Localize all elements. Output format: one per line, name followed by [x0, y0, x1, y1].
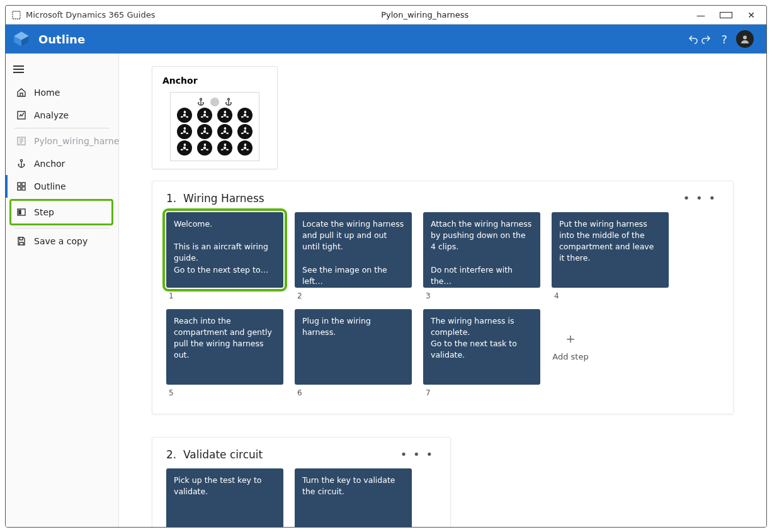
fan-icon: [197, 140, 212, 156]
svg-rect-0: [13, 11, 20, 19]
nav-home-label: Home: [34, 88, 60, 98]
svg-rect-10: [18, 187, 21, 190]
svg-point-16: [183, 114, 186, 116]
fan-icon: [177, 108, 192, 123]
user-avatar[interactable]: [736, 30, 754, 48]
app-icon: [12, 11, 21, 20]
fan-icon: [237, 124, 253, 139]
step-card[interactable]: Welcome. This is an aircraft wiring guid…: [166, 212, 283, 288]
svg-point-26: [224, 147, 226, 149]
nav-divider: [14, 128, 110, 128]
svg-point-20: [183, 130, 186, 133]
svg-point-27: [244, 147, 246, 149]
app-window: Microsoft Dynamics 365 Guides Pylon_wiri…: [5, 5, 767, 528]
step-number: 2: [297, 291, 412, 300]
fan-icon: [177, 124, 192, 139]
app-header: Outline ?: [6, 25, 766, 54]
redo-button[interactable]: [701, 34, 711, 44]
task-section-2: 2. Validate circuit • • • Pick up the te…: [152, 437, 451, 527]
fan-icon: [197, 124, 212, 139]
undo-button[interactable]: [688, 34, 698, 44]
step-card[interactable]: The wiring harness is complete. Go to th…: [423, 309, 540, 385]
analyze-icon: [16, 110, 26, 120]
step-icon: [16, 207, 26, 217]
svg-point-24: [183, 147, 186, 149]
window-controls: — ✕: [695, 10, 764, 20]
svg-point-14: [200, 98, 202, 100]
main-canvas: Anchor 1. Wiring Harness • • •: [119, 54, 766, 527]
step-number: 7: [426, 388, 540, 397]
task-more-button[interactable]: • • •: [398, 448, 436, 461]
svg-point-7: [20, 159, 22, 161]
step-card[interactable]: Reach into the compartment and gently pu…: [166, 309, 283, 385]
outline-icon: [16, 181, 26, 191]
step-number: 1: [169, 291, 283, 300]
fan-icon: [217, 140, 232, 156]
help-button[interactable]: ?: [721, 33, 727, 46]
fan-icon: [217, 108, 232, 123]
document-title: Pylon_wiring_harness: [155, 10, 695, 20]
sidebar: Home Analyze Pylon_wiring_harness Anchor…: [6, 54, 119, 527]
placeholder-icon: [210, 98, 219, 106]
anchor-icon: [196, 98, 205, 106]
svg-point-15: [228, 98, 230, 100]
nav-outline[interactable]: Outline: [6, 175, 118, 198]
fan-icon: [237, 140, 253, 156]
close-button[interactable]: ✕: [745, 10, 758, 20]
step-card[interactable]: Locate the wiring harness and pull it up…: [295, 212, 412, 288]
add-step-button[interactable]: ＋Add step: [552, 309, 589, 361]
step-card[interactable]: Attach the wiring harness by pushing dow…: [423, 212, 540, 288]
nav-save-copy[interactable]: Save a copy: [6, 230, 118, 252]
anchor-icon: [224, 98, 233, 106]
svg-point-21: [203, 130, 206, 133]
hamburger-menu-button[interactable]: [6, 57, 118, 81]
svg-rect-8: [18, 183, 21, 186]
minimize-button[interactable]: —: [695, 10, 707, 20]
fan-icon: [237, 108, 253, 123]
anchor-preview: [170, 92, 259, 161]
fan-icon: [197, 108, 212, 123]
fan-row: [171, 124, 259, 139]
fan-icon: [177, 140, 192, 156]
fan-row: [171, 140, 259, 156]
nav-analyze[interactable]: Analyze: [6, 104, 118, 127]
step-card[interactable]: Plug in the wiring harness.: [295, 309, 412, 385]
svg-rect-11: [22, 187, 25, 190]
step-card[interactable]: Turn the key to validate the circuit.: [295, 468, 412, 527]
nav-analyze-label: Analyze: [34, 110, 69, 120]
header-logo: [12, 30, 31, 48]
app-name: Microsoft Dynamics 365 Guides: [26, 10, 155, 20]
nav-guide-name[interactable]: Pylon_wiring_harness: [6, 130, 118, 152]
svg-point-4: [743, 36, 747, 40]
svg-point-22: [224, 130, 226, 133]
nav-outline-label: Outline: [34, 181, 66, 191]
save-icon: [16, 236, 26, 246]
step-grid-1: Welcome. This is an aircraft wiring guid…: [166, 212, 719, 397]
anchor-card-title: Anchor: [162, 76, 267, 86]
fan-row: [171, 108, 259, 123]
fan-icon: [217, 124, 232, 139]
app-body: Home Analyze Pylon_wiring_harness Anchor…: [6, 54, 766, 527]
nav-step[interactable]: Step: [9, 199, 113, 225]
step-number: 6: [297, 388, 412, 397]
nav-anchor[interactable]: Anchor: [6, 152, 118, 175]
nav-guide-label: Pylon_wiring_harness: [34, 136, 128, 146]
svg-point-23: [244, 130, 246, 133]
svg-point-19: [244, 114, 246, 116]
step-card[interactable]: Pick up the test key to validate.: [166, 468, 283, 527]
nav-divider-2: [14, 228, 110, 229]
step-grid-2: Pick up the test key to validate.1Turn t…: [166, 468, 436, 527]
svg-point-17: [203, 114, 206, 116]
step-card[interactable]: Put the wiring harness into the middle o…: [552, 212, 669, 288]
task-more-button[interactable]: • • •: [681, 191, 719, 205]
maximize-button[interactable]: [720, 10, 732, 20]
anchor-icon: [16, 159, 26, 169]
anchor-card[interactable]: Anchor: [152, 66, 278, 169]
svg-point-18: [224, 114, 226, 116]
nav-anchor-label: Anchor: [34, 159, 65, 169]
task-section-1: 1. Wiring Harness • • • Welcome. This is…: [152, 181, 734, 414]
window-titlebar: Microsoft Dynamics 365 Guides Pylon_wiri…: [6, 6, 766, 25]
nav-home[interactable]: Home: [6, 81, 118, 104]
svg-rect-9: [22, 183, 25, 186]
task-title: 1. Wiring Harness: [166, 192, 264, 205]
